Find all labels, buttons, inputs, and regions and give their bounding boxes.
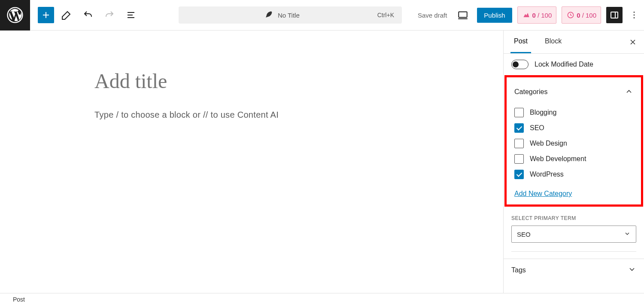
add-new-category-link[interactable]: Add New Category [507,186,580,199]
category-label: WordPress [530,171,564,178]
category-checkbox[interactable] [514,170,524,179]
command-bar-title: No Title [278,12,300,19]
lock-modified-label: Lock Modified Date [535,61,593,68]
toolbar-left-group [30,6,140,24]
svg-point-10 [634,17,635,18]
preview-button[interactable] [454,6,472,24]
add-block-button[interactable] [38,7,54,23]
category-item[interactable]: Web Development [514,151,633,167]
status-breadcrumb[interactable]: Post [13,296,25,303]
svg-rect-4 [459,12,468,17]
post-title-input[interactable] [94,69,404,93]
sidebar-toggle-button[interactable] [606,7,623,23]
editor-canvas[interactable]: Type / to choose a block or // to use Co… [0,30,503,293]
divider [511,251,636,252]
save-draft-button[interactable]: Save draft [416,9,449,21]
status-bar: Post [0,293,644,305]
sidebar-tabs: Post Block [504,30,644,54]
category-item[interactable]: Web Design [514,136,633,151]
publish-button[interactable]: Publish [477,8,512,23]
seo-score-1-value: 0 [532,12,536,19]
command-bar[interactable]: No Title Ctrl+K [179,6,402,24]
settings-sidebar: Post Block Lock Modified Date Categories [503,30,644,293]
category-checkbox[interactable] [514,108,524,117]
categories-highlight: Categories Blogging SEO Web Design [504,75,643,207]
category-item[interactable]: SEO [514,120,633,136]
redo-button[interactable] [100,6,118,24]
category-label: Web Design [530,140,567,147]
category-label: Web Development [530,155,586,163]
category-item[interactable]: WordPress [514,167,633,182]
top-toolbar: No Title Ctrl+K Save draft Publish 0 / 1… [0,0,644,30]
primary-term-value: SEO [517,231,531,238]
category-item[interactable]: Blogging [514,105,633,120]
tab-post[interactable]: Post [510,30,531,53]
categories-title: Categories [514,88,547,96]
primary-term-select[interactable]: SEO [511,226,636,243]
feather-icon [264,10,273,20]
command-bar-shortcut: Ctrl+K [377,12,394,18]
svg-rect-6 [611,12,618,18]
category-label: Blogging [530,109,556,116]
category-checkbox[interactable] [514,154,524,164]
tags-header[interactable]: Tags [504,259,644,281]
seo-score-2-value: 0 [577,12,580,19]
undo-button[interactable] [79,6,97,24]
chevron-down-icon [624,230,631,238]
svg-rect-2 [128,15,133,15]
seo-score-1[interactable]: 0 / 100 [517,6,557,24]
seo-score-1-max: / 100 [538,12,552,19]
categories-header[interactable]: Categories [507,81,641,103]
svg-point-8 [634,12,635,13]
chevron-up-icon [625,87,633,97]
more-options-button[interactable] [628,10,641,20]
category-checkbox[interactable] [514,139,524,148]
category-checkbox[interactable] [514,123,524,133]
tags-title: Tags [511,266,526,274]
primary-term-label: SELECT PRIMARY TERM [504,207,644,226]
tab-block[interactable]: Block [541,30,565,53]
wordpress-logo[interactable] [0,0,30,30]
chevron-down-icon [628,265,636,275]
svg-rect-1 [128,12,134,13]
document-overview-button[interactable] [122,6,140,24]
seo-score-2-max: / 100 [582,12,596,19]
svg-point-9 [634,15,635,16]
post-body-placeholder[interactable]: Type / to choose a block or // to use Co… [94,110,404,120]
seo-score-2[interactable]: 0 / 100 [562,6,601,24]
tools-button[interactable] [58,6,76,24]
categories-list: Blogging SEO Web Design Web Development … [507,103,641,186]
category-label: SEO [530,124,544,132]
lock-modified-row: Lock Modified Date [504,54,644,75]
sidebar-close-button[interactable] [629,38,637,46]
toolbar-right-group: Save draft Publish 0 / 100 0 / 100 [416,6,641,24]
lock-modified-toggle[interactable] [511,60,529,69]
main-area: Type / to choose a block or // to use Co… [0,30,644,293]
svg-rect-3 [128,17,134,18]
